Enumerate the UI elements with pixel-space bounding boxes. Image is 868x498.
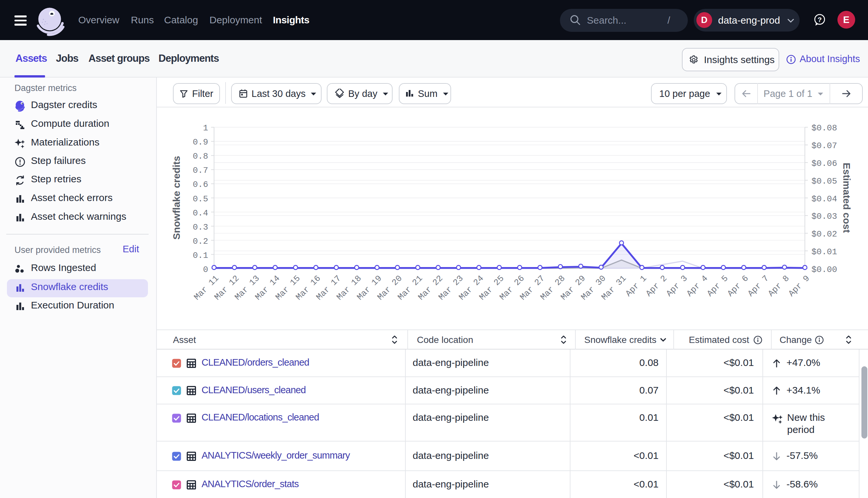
svg-text:0.1: 0.1 — [193, 251, 208, 261]
svg-text:$0.07: $0.07 — [812, 141, 837, 151]
svg-text:?: ? — [818, 16, 822, 23]
svg-text:1: 1 — [203, 123, 208, 133]
svg-text:Estimated cost: Estimated cost — [841, 162, 852, 233]
svg-text:0.3: 0.3 — [193, 222, 208, 232]
svg-text:Snowflake credits: Snowflake credits — [171, 156, 182, 239]
svg-text:Apr 2: Apr 2 — [644, 273, 669, 298]
svg-text:Apr 3: Apr 3 — [664, 273, 689, 298]
svg-text:0.7: 0.7 — [193, 166, 208, 175]
svg-text:Apr 1: Apr 1 — [624, 273, 649, 298]
svg-text:$0.03: $0.03 — [812, 212, 837, 221]
svg-text:0.5: 0.5 — [193, 194, 208, 204]
svg-text:$0.08: $0.08 — [812, 123, 837, 133]
svg-text:Apr 9: Apr 9 — [787, 273, 812, 298]
svg-text:0: 0 — [203, 265, 208, 275]
svg-text:Apr 5: Apr 5 — [705, 273, 730, 298]
svg-text:$0.00: $0.00 — [812, 265, 837, 275]
svg-text:Apr 4: Apr 4 — [685, 273, 710, 298]
svg-text:0.2: 0.2 — [193, 237, 208, 246]
svg-text:$0.01: $0.01 — [812, 247, 837, 257]
svg-text:$0.02: $0.02 — [812, 229, 837, 239]
svg-text:0.4: 0.4 — [193, 208, 208, 218]
svg-text:$0.06: $0.06 — [812, 159, 837, 169]
svg-text:0.9: 0.9 — [193, 137, 208, 147]
svg-text:Apr 6: Apr 6 — [725, 273, 750, 298]
svg-text:0.8: 0.8 — [193, 152, 208, 161]
svg-text:$0.05: $0.05 — [812, 176, 837, 186]
svg-text:0.6: 0.6 — [193, 180, 208, 189]
svg-text:$0.04: $0.04 — [812, 194, 837, 204]
svg-text:Apr 8: Apr 8 — [766, 273, 791, 298]
svg-text:Apr 7: Apr 7 — [746, 273, 771, 298]
